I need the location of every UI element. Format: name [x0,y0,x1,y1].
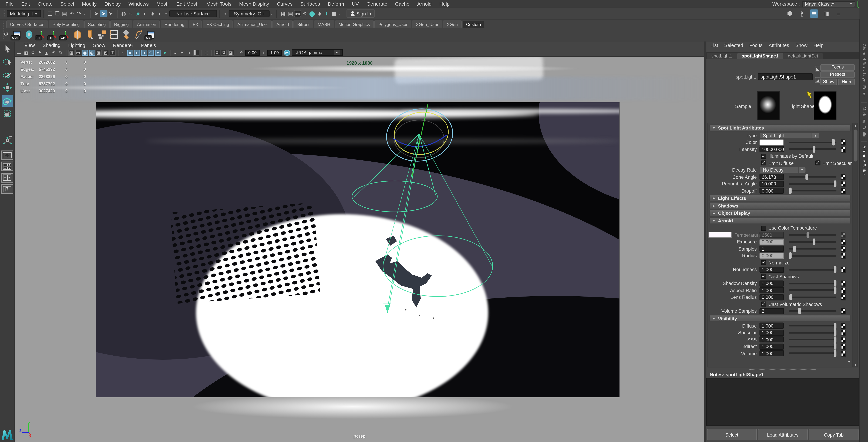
view-refresh-icon[interactable]: ↶ [51,50,57,56]
rotate-tool-button[interactable] [1,95,13,106]
attribute-editor-menu-show[interactable]: Show [792,42,810,48]
texture-map-icon[interactable] [841,232,845,238]
field-specular[interactable]: 1.000 [760,330,784,336]
selection-highlight-icon[interactable]: ⬚ [204,50,210,56]
last-tool-used-button[interactable] [1,134,13,146]
menu-mesh-tools[interactable]: Mesh Tools [203,1,235,7]
sign-in-button[interactable]: Sign In [346,9,375,18]
collapse-icon[interactable]: ▼ [710,317,718,320]
slider-handle[interactable] [812,146,815,153]
section-header-arnold[interactable]: ▼Arnold [709,217,851,224]
field-radius[interactable]: 0.000 [760,253,784,259]
notes-textarea[interactable] [706,378,859,426]
attribute-slider[interactable] [789,339,836,340]
bookmark-icon[interactable]: ⚑ [37,50,43,56]
presets-button[interactable]: Presets [820,71,855,77]
scroll-up-icon[interactable]: ▲ [853,124,858,127]
texture-map-icon[interactable] [841,308,845,314]
select-component-icon[interactable]: ➤ [107,10,114,17]
shelf-tab-motion-graphics[interactable]: Motion Graphics [335,21,374,28]
collapse-icon[interactable]: ▼ [710,126,718,130]
channel-box-icon[interactable]: ≡ [834,9,842,18]
light-shape-swatch[interactable] [814,91,836,120]
attribute-slider[interactable] [789,234,836,236]
redo-icon[interactable]: ↷ [75,10,83,17]
scale-tool-button[interactable] [1,108,13,120]
field-shadow-density[interactable]: 1.000 [760,280,784,287]
menu-create[interactable]: Create [34,1,57,7]
right-tab-attribute-editor[interactable]: Attribute Editor [862,146,867,175]
texture-map-icon[interactable] [841,246,845,252]
field-roundness[interactable]: 1.000 [760,266,784,273]
attribute-slider[interactable] [789,332,836,333]
hide-button[interactable]: Hide [838,78,855,85]
collapse-icon[interactable]: ▼ [710,219,718,222]
symmetry-field[interactable]: Symmetry: Off [228,10,269,17]
viewport-canvas[interactable]: 1920 x 1080 Verts:287266200Edges:5745192… [15,57,704,442]
shelf-tab-animation-user[interactable]: Animation_User [234,21,272,28]
slider-handle[interactable] [789,187,792,194]
layout-outliner-pane-button[interactable] [1,184,13,194]
use-default-material-icon[interactable]: ✦ [155,50,161,56]
snap-point-icon[interactable]: ◎ [134,10,142,17]
shelf-tab-polygons-user[interactable]: Polygons_User [374,21,411,28]
save-scene-icon[interactable]: ▤ [61,10,68,17]
attribute-slider[interactable] [789,346,836,347]
hypershade-icon[interactable]: ⬤ [308,10,316,17]
nurbs-circle-shelf-button[interactable] [24,29,34,40]
select-tool-button[interactable] [1,43,13,55]
slider-handle[interactable] [789,252,792,259]
undo-icon[interactable]: ↶ [68,10,75,17]
snap-view-icon[interactable]: ✎ [58,50,64,56]
menu-edit-mesh[interactable]: Edit Mesh [173,1,203,7]
exposure-field[interactable]: 0.00 [245,50,260,56]
field-volume[interactable]: 1.000 [760,350,784,356]
render-current-frame-icon[interactable]: ▤ [287,10,294,17]
field-volume-samples[interactable]: 2 [760,308,784,314]
slider-handle[interactable] [833,343,836,350]
layout-four-pane-button[interactable] [1,162,13,171]
attribute-tab-defaultlightset[interactable]: defaultLightSet [783,53,823,59]
field-temperature[interactable]: 6500 [760,232,784,238]
attribute-editor-icon[interactable]: ▤ [810,9,818,18]
menu-surfaces[interactable]: Surfaces [297,1,324,7]
attribute-slider[interactable] [789,176,836,178]
joint-rt-shelf-button[interactable]: RT [48,29,59,40]
viewport-menu-shading[interactable]: Shading [39,42,64,48]
shelf-tab-animation[interactable]: Animation [133,21,160,28]
all-lights-icon[interactable]: ◑ [141,50,147,56]
attribute-slider[interactable] [789,248,836,250]
chevron-down-icon[interactable]: ▼ [165,12,168,15]
attribute-slider[interactable] [789,141,836,143]
shadows-icon[interactable]: ⊙ [148,50,154,56]
texture-map-icon[interactable] [841,147,845,152]
lasso-tool-button[interactable] [1,56,13,67]
texture-map-icon[interactable] [841,139,845,145]
expand-more-icon[interactable]: ▼ [847,360,851,364]
ao-toggle-icon[interactable]: ● [162,50,168,56]
snap-view-icon[interactable]: ◈ [149,10,156,17]
expand-icon[interactable]: ▶ [710,196,718,200]
arnold-renderview-icon[interactable]: ✶ [323,10,330,17]
camera-select-icon[interactable]: ▬ [16,50,22,56]
copy-tab-out-icon[interactable]: ◢ [815,77,820,83]
pause-viewport-icon[interactable]: ▮▮ [330,10,337,17]
joint-ft-shelf-button[interactable]: FT [36,29,46,40]
scrollbar[interactable]: ▲ ▼ [852,123,858,367]
slider-handle[interactable] [794,246,796,252]
slider-handle[interactable] [789,294,792,301]
attribute-editor-menu-attributes[interactable]: Attributes [766,42,792,48]
slider-handle[interactable] [833,336,836,343]
workspace-dropdown[interactable]: Maya Classic* ▼ [802,1,855,7]
plugin-shapes-icon[interactable]: ⧉ [214,50,220,56]
menu-file[interactable]: File [2,1,18,7]
slider-handle[interactable] [833,350,836,357]
section-header-light-effects[interactable]: ▶Light Effects [709,194,851,201]
texture-map-icon[interactable] [841,267,845,272]
viewport-menu-renderer[interactable]: Renderer [109,42,137,48]
attribute-slider[interactable] [789,283,836,284]
section-header-spot-light-attributes[interactable]: ▼Spot Light Attributes [709,125,851,131]
focus-button[interactable]: Focus [820,64,855,70]
attribute-editor-menu-selected[interactable]: Selected [721,42,746,48]
right-tab-channel-box-layer-editor[interactable]: Channel Box / Layer Editor [862,44,867,97]
